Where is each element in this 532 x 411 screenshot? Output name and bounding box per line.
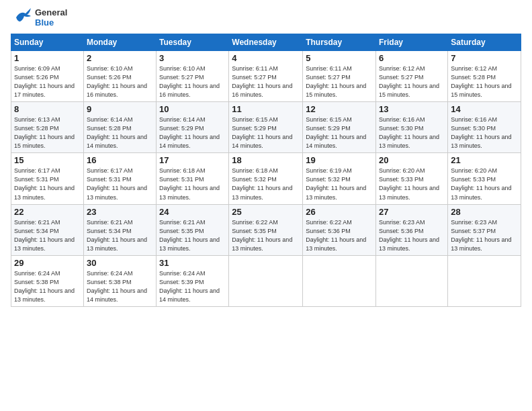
day-number: 3 — [159, 53, 226, 63]
calendar-cell: 29Sunrise: 6:24 AMSunset: 5:38 PMDayligh… — [11, 255, 84, 306]
day-number: 10 — [159, 104, 226, 114]
day-number: 11 — [232, 104, 300, 114]
day-info: Sunrise: 6:20 AMSunset: 5:33 PMDaylight:… — [379, 167, 445, 201]
day-info: Sunrise: 6:14 AMSunset: 5:28 PMDaylight:… — [87, 116, 153, 150]
day-number: 25 — [232, 207, 300, 217]
day-number: 22 — [14, 207, 81, 217]
day-info: Sunrise: 6:15 AMSunset: 5:29 PMDaylight:… — [306, 116, 373, 150]
calendar-cell: 14Sunrise: 6:16 AMSunset: 5:30 PMDayligh… — [448, 102, 521, 153]
calendar: SundayMondayTuesdayWednesdayThursdayFrid… — [11, 34, 521, 307]
calendar-cell: 7Sunrise: 6:12 AMSunset: 5:28 PMDaylight… — [448, 51, 521, 102]
day-info: Sunrise: 6:21 AMSunset: 5:35 PMDaylight:… — [159, 218, 226, 253]
calendar-cell: 24Sunrise: 6:21 AMSunset: 5:35 PMDayligh… — [157, 204, 229, 255]
calendar-cell: 23Sunrise: 6:21 AMSunset: 5:34 PMDayligh… — [83, 204, 156, 255]
calendar-cell: 4Sunrise: 6:11 AMSunset: 5:27 PMDaylight… — [229, 51, 303, 102]
day-number: 27 — [379, 207, 445, 217]
calendar-cell: 9Sunrise: 6:14 AMSunset: 5:28 PMDaylight… — [83, 102, 156, 153]
calendar-header-monday: Monday — [83, 34, 156, 51]
logo-bird-icon — [11, 7, 32, 28]
calendar-cell: 3Sunrise: 6:10 AMSunset: 5:27 PMDaylight… — [157, 51, 229, 102]
day-info: Sunrise: 6:11 AMSunset: 5:27 PMDaylight:… — [306, 64, 373, 99]
calendar-week-1: 1Sunrise: 6:09 AMSunset: 5:26 PMDaylight… — [11, 51, 521, 102]
calendar-cell: 6Sunrise: 6:12 AMSunset: 5:27 PMDaylight… — [376, 51, 448, 102]
calendar-cell: 15Sunrise: 6:17 AMSunset: 5:31 PMDayligh… — [11, 153, 84, 204]
day-number: 16 — [87, 155, 153, 165]
day-number: 2 — [87, 53, 153, 63]
day-number: 18 — [232, 155, 300, 165]
calendar-cell: 25Sunrise: 6:22 AMSunset: 5:35 PMDayligh… — [229, 204, 303, 255]
calendar-cell: 11Sunrise: 6:15 AMSunset: 5:29 PMDayligh… — [229, 102, 303, 153]
calendar-cell — [303, 255, 376, 306]
calendar-cell: 28Sunrise: 6:23 AMSunset: 5:37 PMDayligh… — [448, 204, 521, 255]
calendar-cell: 26Sunrise: 6:22 AMSunset: 5:36 PMDayligh… — [303, 204, 376, 255]
day-info: Sunrise: 6:09 AMSunset: 5:26 PMDaylight:… — [14, 64, 81, 99]
day-info: Sunrise: 6:20 AMSunset: 5:33 PMDaylight:… — [451, 167, 518, 201]
calendar-week-3: 15Sunrise: 6:17 AMSunset: 5:31 PMDayligh… — [11, 153, 521, 204]
day-info: Sunrise: 6:17 AMSunset: 5:31 PMDaylight:… — [87, 167, 153, 201]
logo: GeneralBlue — [11, 7, 67, 28]
day-number: 20 — [379, 155, 445, 165]
day-info: Sunrise: 6:11 AMSunset: 5:27 PMDaylight:… — [232, 64, 300, 99]
day-number: 23 — [87, 207, 153, 217]
calendar-week-5: 29Sunrise: 6:24 AMSunset: 5:38 PMDayligh… — [11, 255, 521, 306]
calendar-header-thursday: Thursday — [303, 34, 376, 51]
day-number: 26 — [306, 207, 373, 217]
calendar-week-4: 22Sunrise: 6:21 AMSunset: 5:34 PMDayligh… — [11, 204, 521, 255]
calendar-cell — [229, 255, 303, 306]
day-info: Sunrise: 6:22 AMSunset: 5:35 PMDaylight:… — [232, 218, 300, 253]
day-number: 24 — [159, 207, 226, 217]
calendar-cell: 13Sunrise: 6:16 AMSunset: 5:30 PMDayligh… — [376, 102, 448, 153]
calendar-cell: 18Sunrise: 6:18 AMSunset: 5:32 PMDayligh… — [229, 153, 303, 204]
day-info: Sunrise: 6:19 AMSunset: 5:32 PMDaylight:… — [306, 167, 373, 201]
day-number: 15 — [14, 155, 81, 165]
calendar-cell: 20Sunrise: 6:20 AMSunset: 5:33 PMDayligh… — [376, 153, 448, 204]
calendar-header-saturday: Saturday — [448, 34, 521, 51]
calendar-cell: 8Sunrise: 6:13 AMSunset: 5:28 PMDaylight… — [11, 102, 84, 153]
day-number: 13 — [379, 104, 445, 114]
calendar-cell: 2Sunrise: 6:10 AMSunset: 5:26 PMDaylight… — [83, 51, 156, 102]
day-info: Sunrise: 6:18 AMSunset: 5:32 PMDaylight:… — [232, 167, 300, 201]
calendar-cell — [376, 255, 448, 306]
day-number: 12 — [306, 104, 373, 114]
calendar-cell: 31Sunrise: 6:24 AMSunset: 5:39 PMDayligh… — [157, 255, 229, 306]
day-info: Sunrise: 6:15 AMSunset: 5:29 PMDaylight:… — [232, 116, 300, 150]
logo-blue-text: Blue — [35, 17, 67, 28]
day-number: 17 — [159, 155, 226, 165]
calendar-header-row: SundayMondayTuesdayWednesdayThursdayFrid… — [11, 34, 521, 51]
day-number: 1 — [14, 53, 81, 63]
day-info: Sunrise: 6:10 AMSunset: 5:26 PMDaylight:… — [87, 64, 153, 99]
logo-general-text: General — [35, 7, 67, 17]
day-number: 6 — [379, 53, 445, 63]
calendar-header-sunday: Sunday — [11, 34, 84, 51]
day-info: Sunrise: 6:22 AMSunset: 5:36 PMDaylight:… — [306, 218, 373, 253]
calendar-body: 1Sunrise: 6:09 AMSunset: 5:26 PMDaylight… — [11, 51, 521, 307]
day-info: Sunrise: 6:24 AMSunset: 5:39 PMDaylight:… — [159, 269, 226, 304]
day-number: 19 — [306, 155, 373, 165]
calendar-cell: 17Sunrise: 6:18 AMSunset: 5:31 PMDayligh… — [157, 153, 229, 204]
day-info: Sunrise: 6:13 AMSunset: 5:28 PMDaylight:… — [14, 116, 81, 150]
day-info: Sunrise: 6:16 AMSunset: 5:30 PMDaylight:… — [379, 116, 445, 150]
calendar-week-2: 8Sunrise: 6:13 AMSunset: 5:28 PMDaylight… — [11, 102, 521, 153]
calendar-cell: 5Sunrise: 6:11 AMSunset: 5:27 PMDaylight… — [303, 51, 376, 102]
header: GeneralBlue — [11, 7, 521, 28]
page: GeneralBlue SundayMondayTuesdayWednesday… — [0, 0, 532, 314]
calendar-header-wednesday: Wednesday — [229, 34, 303, 51]
day-info: Sunrise: 6:18 AMSunset: 5:31 PMDaylight:… — [159, 167, 226, 201]
day-info: Sunrise: 6:16 AMSunset: 5:30 PMDaylight:… — [451, 116, 518, 150]
day-number: 30 — [87, 258, 153, 268]
day-info: Sunrise: 6:21 AMSunset: 5:34 PMDaylight:… — [14, 218, 81, 253]
day-info: Sunrise: 6:10 AMSunset: 5:27 PMDaylight:… — [159, 64, 226, 99]
calendar-cell: 1Sunrise: 6:09 AMSunset: 5:26 PMDaylight… — [11, 51, 84, 102]
day-number: 14 — [451, 104, 518, 114]
day-info: Sunrise: 6:21 AMSunset: 5:34 PMDaylight:… — [87, 218, 153, 253]
day-info: Sunrise: 6:12 AMSunset: 5:27 PMDaylight:… — [379, 64, 445, 99]
calendar-header-friday: Friday — [376, 34, 448, 51]
day-number: 9 — [87, 104, 153, 114]
day-number: 4 — [232, 53, 300, 63]
calendar-cell: 19Sunrise: 6:19 AMSunset: 5:32 PMDayligh… — [303, 153, 376, 204]
day-number: 21 — [451, 155, 518, 165]
day-info: Sunrise: 6:23 AMSunset: 5:37 PMDaylight:… — [451, 218, 518, 253]
day-number: 28 — [451, 207, 518, 217]
calendar-cell: 27Sunrise: 6:23 AMSunset: 5:36 PMDayligh… — [376, 204, 448, 255]
calendar-cell: 30Sunrise: 6:24 AMSunset: 5:38 PMDayligh… — [83, 255, 156, 306]
